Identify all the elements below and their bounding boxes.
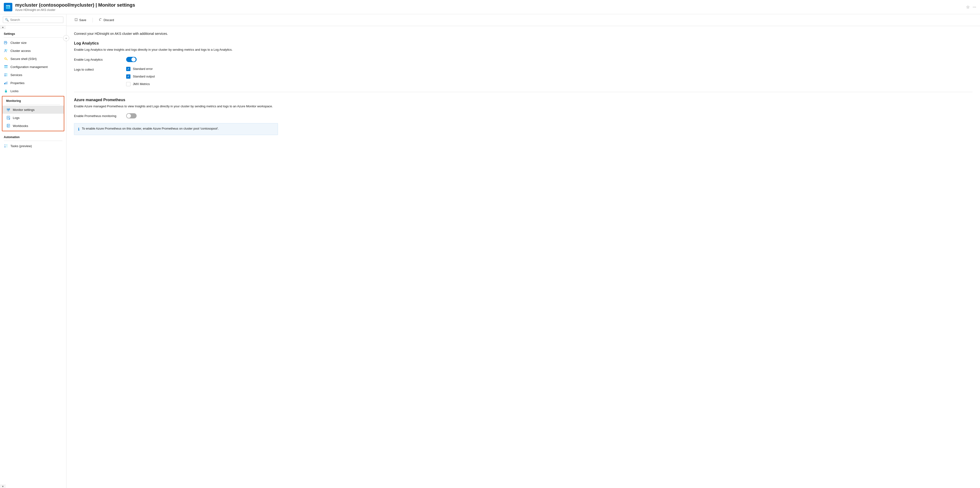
- svg-point-41: [9, 119, 10, 119]
- page-subtitle: Azure HDInsight on AKS cluster: [15, 8, 966, 12]
- sidebar-item-logs[interactable]: Logs: [2, 114, 64, 122]
- config-icon: [4, 65, 8, 69]
- standard-output-checkbox[interactable]: ✓: [126, 74, 130, 79]
- log-analytics-heading: Log Analytics: [74, 41, 972, 46]
- sidebar-search-section: 🔍: [0, 14, 66, 25]
- svg-rect-34: [8, 109, 9, 110]
- toolbar: Save Discard: [67, 14, 980, 26]
- sidebar-item-workbooks[interactable]: Workbooks: [2, 122, 64, 130]
- standard-error-label: Standard error: [133, 67, 153, 71]
- favorite-star-icon[interactable]: ☆: [966, 5, 970, 10]
- cluster-icon: [4, 3, 12, 11]
- svg-rect-29: [6, 81, 7, 84]
- main-layout: 🔍 « ▲ Settings Cluster size: [0, 14, 980, 488]
- logs-to-collect-row: Logs to collect ✓ Standard error ✓ Stand…: [74, 67, 972, 86]
- svg-point-10: [6, 49, 7, 51]
- sidebar-item-label: Tasks (preview): [10, 144, 32, 148]
- sidebar-item-properties[interactable]: Properties: [0, 79, 66, 87]
- scroll-down-button[interactable]: ▼: [0, 485, 6, 488]
- sidebar-item-label: Configuration management: [10, 65, 48, 69]
- sidebar-scroll-area: Settings Cluster size Cluster access: [0, 29, 66, 485]
- automation-section: Automation Tasks (preview): [0, 132, 66, 150]
- sidebar-item-cluster-size[interactable]: Cluster size: [0, 39, 66, 47]
- content-area: Connect your HDInsight on AKS cluster wi…: [67, 26, 980, 488]
- log-analytics-description: Enable Log Analytics to view insights an…: [74, 48, 972, 52]
- search-input[interactable]: [10, 18, 61, 22]
- workbooks-icon: [6, 124, 10, 128]
- svg-rect-4: [6, 8, 10, 8]
- cluster-access-icon: [4, 49, 8, 53]
- sidebar-collapse-button[interactable]: «: [63, 35, 69, 41]
- sidebar-item-label: Cluster access: [10, 49, 30, 52]
- svg-rect-2: [6, 6, 7, 7]
- standard-output-label: Standard output: [133, 74, 155, 78]
- sidebar-item-cluster-access[interactable]: Cluster access: [0, 47, 66, 55]
- svg-rect-17: [4, 67, 8, 68]
- svg-rect-54: [75, 19, 76, 19]
- logs-icon: [6, 116, 10, 120]
- svg-rect-55: [75, 20, 77, 21]
- scroll-up-button[interactable]: ▲: [0, 25, 6, 29]
- page-title: mycluster (contosopool/mycluster) | Moni…: [15, 2, 966, 8]
- sidebar-item-label: Logs: [13, 116, 19, 120]
- standard-output-item: ✓ Standard output: [126, 74, 155, 79]
- sidebar-item-tasks-preview[interactable]: Tasks (preview): [0, 142, 66, 150]
- sidebar-item-label: Locks: [10, 89, 19, 93]
- toolbar-divider: [92, 18, 93, 22]
- jmx-metrics-checkbox[interactable]: [126, 82, 130, 86]
- collapse-icon: «: [65, 37, 67, 40]
- settings-section: Settings Cluster size Cluster access: [0, 29, 66, 95]
- scroll-up-icon: ▲: [2, 26, 4, 29]
- more-options-icon[interactable]: ···: [973, 5, 976, 10]
- info-icon: ℹ: [78, 127, 80, 132]
- svg-rect-5: [4, 41, 6, 44]
- lock-icon: [4, 89, 8, 93]
- enable-log-analytics-row: Enable Log Analytics: [74, 57, 972, 62]
- save-button[interactable]: Save: [72, 17, 89, 24]
- automation-divider: [4, 141, 62, 141]
- sidebar-item-monitor-settings[interactable]: Monitor settings: [2, 106, 64, 114]
- monitor-icon: [6, 108, 10, 112]
- automation-section-title: Automation: [0, 132, 66, 140]
- enable-prometheus-toggle[interactable]: [126, 113, 137, 119]
- settings-divider: [4, 37, 62, 38]
- svg-rect-15: [4, 65, 8, 66]
- jmx-metrics-item: JMX Metrics: [126, 82, 155, 86]
- prometheus-info-banner: ℹ To enable Azure Prometheus on this clu…: [74, 123, 278, 135]
- monitoring-section: Monitoring Monitor settings Logs: [2, 96, 64, 131]
- tasks-icon: [4, 144, 8, 148]
- sidebar-item-services[interactable]: Services: [0, 71, 66, 79]
- header: mycluster (contosopool/mycluster) | Moni…: [0, 0, 980, 14]
- sidebar-item-secure-shell[interactable]: Secure shell (SSH): [0, 55, 66, 63]
- enable-prometheus-row: Enable Prometheus monitoring: [74, 113, 972, 119]
- sidebar-item-label: Services: [10, 73, 22, 77]
- search-box[interactable]: 🔍: [3, 17, 63, 23]
- sidebar-item-label: Secure shell (SSH): [10, 57, 37, 61]
- save-icon: [75, 18, 78, 22]
- enable-prometheus-label: Enable Prometheus monitoring: [74, 113, 126, 118]
- enable-log-analytics-toggle[interactable]: [126, 57, 137, 62]
- logs-checkbox-group: ✓ Standard error ✓ Standard output JMX M…: [126, 67, 155, 86]
- header-actions: ☆ ···: [966, 5, 976, 10]
- sidebar-item-configuration-management[interactable]: Configuration management: [0, 63, 66, 71]
- content-description: Connect your HDInsight on AKS cluster wi…: [74, 32, 972, 35]
- key-icon: [4, 57, 8, 61]
- discard-button[interactable]: Discard: [97, 17, 116, 24]
- toggle-knob: [131, 57, 136, 62]
- sidebar-item-locks[interactable]: Locks: [0, 87, 66, 95]
- services-icon: [4, 73, 8, 77]
- discard-label: Discard: [103, 18, 114, 22]
- svg-rect-33: [7, 109, 8, 110]
- standard-error-checkbox[interactable]: ✓: [126, 67, 130, 71]
- search-icon: 🔍: [5, 18, 9, 22]
- prometheus-description: Enable Azure managed Prometheus to view …: [74, 104, 972, 109]
- prometheus-heading: Azure managed Prometheus: [74, 98, 972, 102]
- svg-rect-28: [5, 82, 6, 84]
- scroll-down-icon: ▼: [2, 485, 4, 488]
- save-label: Save: [79, 18, 86, 22]
- svg-point-11: [5, 58, 6, 59]
- toggle-knob: [127, 114, 131, 118]
- discard-icon: [99, 18, 102, 22]
- jmx-metrics-label: JMX Metrics: [133, 82, 150, 86]
- log-analytics-section: Log Analytics Enable Log Analytics to vi…: [74, 41, 972, 86]
